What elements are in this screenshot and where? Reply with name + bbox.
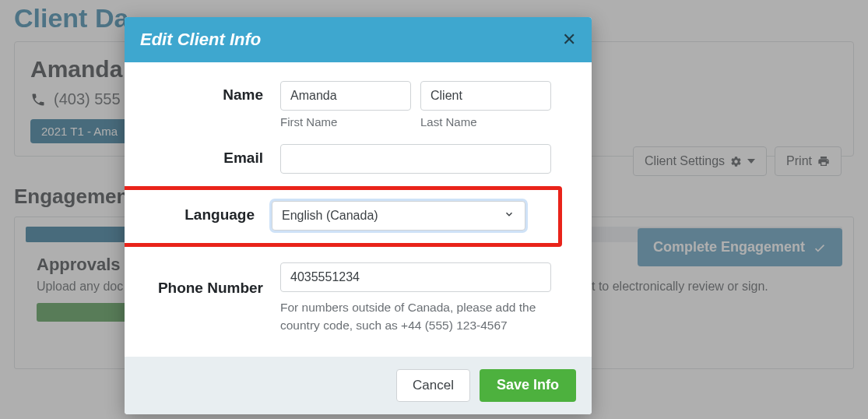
email-label: Email bbox=[125, 144, 280, 174]
save-button[interactable]: Save Info bbox=[480, 369, 576, 402]
last-name-field[interactable] bbox=[420, 81, 551, 111]
phone-hint: For numbers outside of Canada, please ad… bbox=[280, 298, 545, 335]
phone-field[interactable] bbox=[280, 262, 551, 292]
language-label: Language bbox=[125, 201, 272, 231]
first-name-sublabel: First Name bbox=[280, 115, 411, 129]
first-name-field[interactable] bbox=[280, 81, 411, 111]
modal-title: Edit Client Info bbox=[140, 30, 261, 50]
close-icon[interactable]: ✕ bbox=[562, 31, 576, 48]
name-label: Name bbox=[125, 81, 280, 129]
phone-label: Phone Number bbox=[125, 262, 280, 335]
cancel-button[interactable]: Cancel bbox=[396, 369, 470, 402]
last-name-sublabel: Last Name bbox=[420, 115, 551, 129]
language-highlight: Language bbox=[125, 186, 562, 247]
edit-client-modal: Edit Client Info ✕ Name First Name Last … bbox=[125, 17, 592, 414]
email-field[interactable] bbox=[280, 144, 551, 174]
language-select[interactable] bbox=[272, 201, 525, 231]
